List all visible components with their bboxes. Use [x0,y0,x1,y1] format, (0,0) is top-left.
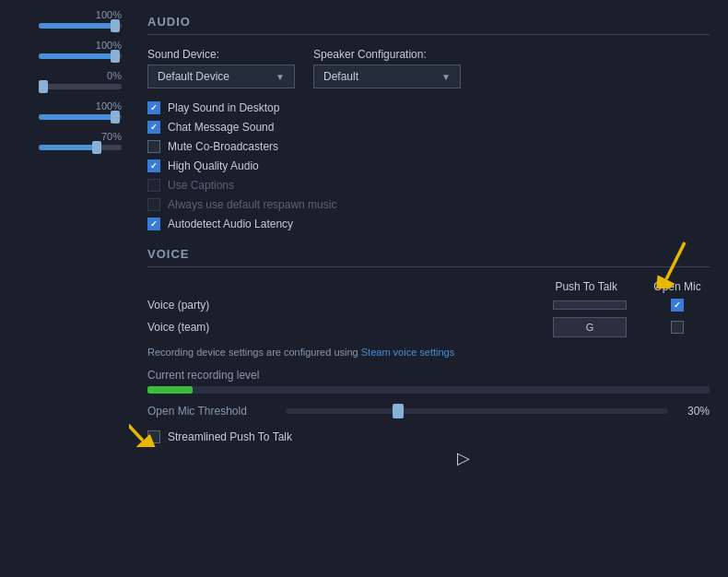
device-row: Sound Device: Default Device ▼ Speaker C… [147,48,710,88]
checkbox-high-quality[interactable]: High Quality Audio [147,159,710,172]
svg-line-3 [129,401,143,441]
voice-row-team: Voice (team) G [147,317,710,337]
voice-col-push-label: Push To Talk [555,280,617,293]
checkbox-chat-message[interactable]: Chat Message Sound [147,121,710,134]
recording-level-container: Current recording level Open Mic Thresho… [147,369,710,418]
checkbox-label-respawn: Always use default respawn music [168,198,336,211]
svg-line-1 [666,242,685,279]
checkbox-box-captions[interactable] [147,179,160,192]
voice-team-push-value: G [586,322,594,333]
slider-thumb-2[interactable] [111,50,120,63]
slider-fill-4 [39,114,113,120]
recording-bar-track [147,386,710,394]
speaker-config-dropdown[interactable]: Default ▼ [313,65,461,88]
left-sidebar: 100% 100% 0% 100% 70% [0,0,129,577]
checkbox-box-chat-message[interactable] [147,121,160,134]
recording-level-label: Current recording level [147,369,710,382]
audio-section-header: AUDIO [147,15,710,35]
checkbox-label-high-quality: High Quality Audio [168,159,259,172]
threshold-row: Open Mic Threshold 30% [147,405,710,418]
voice-team-open-checkbox[interactable] [671,321,684,334]
main-content: AUDIO Sound Device: Default Device ▼ Spe… [129,0,728,577]
slider-group-3: 0% [0,70,122,89]
checkbox-label-captions: Use Captions [168,179,234,192]
checkbox-streamlined[interactable]: Streamlined Push To Talk [147,430,710,443]
voice-party-open-checkbox[interactable] [671,299,684,312]
sound-device-dropdown[interactable]: Default Device ▼ [147,65,295,88]
voice-note-text: Recording device settings are configured… [147,347,361,358]
voice-team-open-check [645,321,710,334]
voice-row-party: Voice (party) [147,299,710,312]
slider-group-5: 70% [0,131,122,150]
threshold-label: Open Mic Threshold [147,405,276,418]
checkbox-box-mute-cob[interactable] [147,140,160,153]
slider-track-1[interactable] [39,23,122,29]
checkbox-box-autodetect[interactable] [147,218,160,230]
checkbox-play-sound[interactable]: Play Sound in Desktop [147,101,710,114]
checkbox-label-mute-cob: Mute Co-Broadcasters [168,140,278,153]
cursor-icon: ▷ [457,448,470,468]
audio-checkboxes: Play Sound in Desktop Chat Message Sound… [147,101,710,230]
voice-team-push-button[interactable]: G [553,317,627,337]
slider-label-5: 70% [101,131,122,142]
slider-group-1: 100% [0,9,122,29]
slider-thumb-3[interactable] [39,80,48,93]
slider-track-5[interactable] [39,145,122,150]
slider-thumb-1[interactable] [111,19,120,32]
slider-fill-5 [39,145,97,150]
sound-device-value: Default Device [158,70,229,83]
cursor-area: ▷ [147,443,710,480]
arrow-threshold-annotation [129,396,157,447]
checkbox-box-respawn[interactable] [147,198,160,211]
voice-party-push-button[interactable] [553,300,627,310]
slider-thumb-5[interactable] [92,141,101,154]
threshold-value: 30% [677,405,710,418]
slider-thumb-4[interactable] [111,111,120,124]
voice-section: VOICE Push To Talk Open Mic Voice (party… [147,247,710,480]
slider-fill-2 [39,53,113,59]
slider-track-3[interactable] [39,84,122,89]
speaker-config-group: Speaker Configuration: Default ▼ [313,48,461,88]
slider-label-3: 0% [107,70,122,81]
steam-voice-link[interactable]: Steam voice settings [361,347,455,358]
sound-device-group: Sound Device: Default Device ▼ [147,48,295,88]
slider-track-2[interactable] [39,53,122,59]
checkbox-captions[interactable]: Use Captions [147,179,710,192]
threshold-thumb[interactable] [393,404,404,418]
checkbox-label-autodetect: Autodetect Audio Latency [168,218,293,230]
voice-note: Recording device settings are configured… [147,347,710,358]
checkbox-box-high-quality[interactable] [147,159,160,172]
voice-table-header: Push To Talk Open Mic [147,280,710,293]
checkbox-autodetect[interactable]: Autodetect Audio Latency [147,218,710,230]
arrow-open-mic-annotation [643,238,699,288]
slider-group-4: 100% [0,100,122,120]
checkbox-respawn[interactable]: Always use default respawn music [147,198,710,211]
checkbox-label-chat-message: Chat Message Sound [168,121,274,134]
sound-device-label: Sound Device: [147,48,295,61]
voice-party-open-check [645,299,710,312]
voice-section-header: VOICE [147,247,710,267]
speaker-config-value: Default [323,70,358,83]
checkbox-box-play-sound[interactable] [147,101,160,114]
dropdown-arrow-sound: ▼ [276,72,285,82]
checkbox-label-play-sound: Play Sound in Desktop [168,101,279,114]
dropdown-arrow-speaker: ▼ [441,72,451,82]
slider-fill-1 [39,23,113,29]
recording-bar-fill [147,386,193,394]
speaker-config-label: Speaker Configuration: [313,48,461,61]
slider-group-2: 100% [0,40,122,59]
checkbox-mute-cob[interactable]: Mute Co-Broadcasters [147,140,710,153]
voice-party-label: Voice (party) [147,299,267,312]
checkbox-label-streamlined: Streamlined Push To Talk [168,430,292,443]
slider-track-4[interactable] [39,114,122,120]
voice-team-label: Voice (team) [147,321,267,334]
threshold-track[interactable] [286,408,668,414]
